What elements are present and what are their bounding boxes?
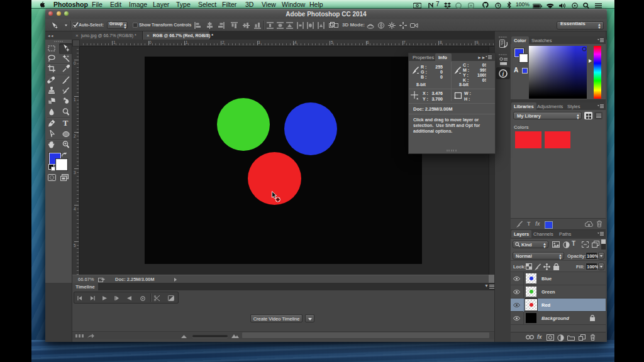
svg-text:i: i — [502, 70, 504, 77]
svg-text:T: T — [63, 119, 69, 126]
